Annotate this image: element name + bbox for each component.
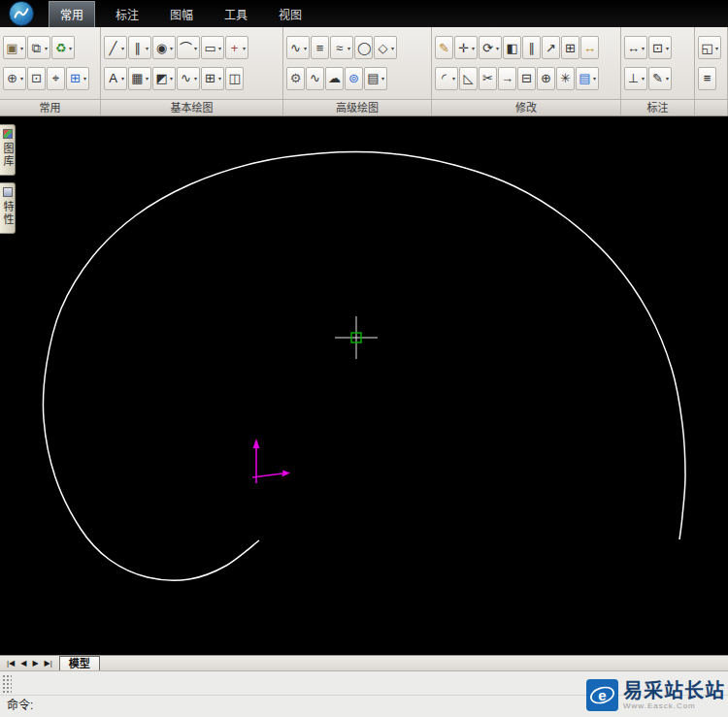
- dropdown-arrow-icon[interactable]: ▾: [642, 45, 645, 51]
- dropdown-arrow-icon[interactable]: ▾: [218, 45, 221, 51]
- block-button[interactable]: ♻▾: [51, 36, 75, 59]
- zoom-button[interactable]: ⊕▾: [3, 67, 26, 90]
- scale-button[interactable]: ↗: [542, 36, 560, 59]
- dropdown-arrow-icon[interactable]: ▾: [121, 45, 124, 51]
- pan-button[interactable]: ⌖: [47, 67, 65, 90]
- dropdown-arrow-icon[interactable]: ▾: [121, 75, 124, 81]
- leader-button[interactable]: ⊡▾: [648, 36, 672, 59]
- menu-tab-dimension[interactable]: 标注: [105, 2, 149, 27]
- explode-button[interactable]: ✳: [556, 67, 575, 90]
- dropdown-arrow-icon[interactable]: ▾: [347, 45, 350, 51]
- arc-button[interactable]: ⌒▾: [177, 36, 200, 59]
- extend-button[interactable]: →: [498, 67, 516, 90]
- ribbon-group-label-modify[interactable]: 修改: [432, 99, 620, 115]
- dropdown-arrow-icon[interactable]: ▾: [170, 75, 173, 81]
- trim-button[interactable]: ✂: [479, 67, 497, 90]
- sheet-nav-last-button[interactable]: ▶|: [42, 656, 55, 670]
- table-button[interactable]: ⊞▾: [201, 67, 224, 90]
- rectangle-button[interactable]: ▭▾: [201, 36, 224, 59]
- menu-tab-tools[interactable]: 工具: [214, 2, 258, 27]
- dropdown-arrow-icon[interactable]: ▾: [666, 45, 669, 51]
- wave-button[interactable]: ∿: [306, 67, 324, 90]
- sheet-nav-prev-button[interactable]: ◀: [17, 656, 29, 670]
- multiline-button[interactable]: ≡: [311, 36, 329, 59]
- offset-button[interactable]: ∥: [522, 36, 541, 59]
- spline-button[interactable]: ≈▾: [330, 36, 353, 59]
- sheet-tab-model[interactable]: 模型: [59, 656, 100, 671]
- dropdown-arrow-icon[interactable]: ▾: [666, 75, 669, 81]
- dropdown-arrow-icon[interactable]: ▾: [146, 75, 149, 81]
- polygon-button[interactable]: ◇▾: [374, 36, 397, 59]
- ribbon-group-label-basic-draw[interactable]: 基本绘图: [101, 99, 282, 115]
- dropdown-arrow-icon[interactable]: ▾: [496, 45, 499, 51]
- command-prompt[interactable]: 命令:: [7, 696, 33, 712]
- coordinate-dim-button[interactable]: ⊥▾: [624, 67, 647, 90]
- parallel-button[interactable]: ∥▾: [128, 36, 151, 59]
- side-tab-properties[interactable]: 特性: [0, 182, 16, 234]
- zoom-window-button[interactable]: ⊡: [27, 67, 46, 90]
- dimension-button[interactable]: ↔▾: [624, 36, 647, 59]
- dropdown-arrow-icon[interactable]: ▾: [20, 75, 23, 81]
- copy-button[interactable]: ⧉▾: [27, 36, 50, 59]
- layer-button[interactable]: ⊞▾: [66, 67, 89, 90]
- dropdown-arrow-icon[interactable]: ▾: [452, 75, 455, 81]
- menu-tab-home[interactable]: 常用: [49, 1, 95, 27]
- menu-tab-sheet[interactable]: 图幅: [159, 2, 204, 27]
- dim-style-button[interactable]: ✎▾: [648, 67, 672, 90]
- chamfer-button[interactable]: ◺: [459, 67, 478, 90]
- dropdown-arrow-icon[interactable]: ▾: [715, 45, 718, 51]
- array-button[interactable]: ⊞: [561, 36, 579, 59]
- properties-match-button[interactable]: ▤▾: [576, 67, 599, 90]
- dropdown-arrow-icon[interactable]: ▾: [194, 75, 197, 81]
- dropdown-arrow-icon[interactable]: ▾: [69, 45, 72, 51]
- drawing-canvas[interactable]: [0, 116, 728, 655]
- dropdown-arrow-icon[interactable]: ▾: [218, 75, 221, 81]
- paste-button[interactable]: ▣▾: [3, 36, 26, 59]
- break-button[interactable]: ⊟: [517, 67, 536, 90]
- dropdown-arrow-icon[interactable]: ▾: [642, 75, 645, 81]
- dropdown-arrow-icon[interactable]: ▾: [83, 75, 86, 81]
- hatch-button[interactable]: ▦▾: [128, 67, 151, 90]
- dropdown-arrow-icon[interactable]: ▾: [170, 45, 173, 51]
- sheet-nav-first-button[interactable]: |◀: [4, 656, 17, 670]
- erase-button[interactable]: ✎: [435, 36, 453, 59]
- rotate-button[interactable]: ⟳▾: [479, 36, 502, 59]
- dropdown-arrow-icon[interactable]: ▾: [146, 45, 149, 51]
- dropdown-arrow-icon[interactable]: ▾: [381, 75, 384, 81]
- line-button[interactable]: ╱▾: [104, 36, 127, 59]
- region-button[interactable]: ◫: [225, 67, 244, 90]
- text-button[interactable]: A▾: [104, 67, 127, 90]
- circle-button[interactable]: ◉▾: [152, 36, 176, 59]
- gear-button[interactable]: ⚙: [286, 67, 305, 90]
- insert-block-button[interactable]: ▤▾: [364, 67, 387, 90]
- stretch-button[interactable]: ↔: [580, 36, 599, 59]
- dropdown-arrow-icon[interactable]: ▾: [593, 75, 596, 81]
- dropdown-arrow-icon[interactable]: ▾: [45, 45, 48, 51]
- command-bar-grip[interactable]: [2, 674, 12, 694]
- menu-button[interactable]: ≡: [698, 67, 716, 90]
- ellipse-button[interactable]: ◯: [354, 36, 373, 59]
- mirror-button[interactable]: ◧: [503, 36, 521, 59]
- curve-button[interactable]: ∿▾: [177, 67, 200, 90]
- ribbon-group-label-advanced-draw[interactable]: 高级绘图: [283, 99, 431, 115]
- dots-button[interactable]: ⊚: [345, 67, 363, 90]
- dropdown-arrow-icon[interactable]: ▾: [20, 45, 23, 51]
- dropdown-arrow-icon[interactable]: ▾: [243, 45, 246, 51]
- dropdown-arrow-icon[interactable]: ▾: [472, 45, 475, 51]
- dropdown-arrow-icon[interactable]: ▾: [194, 45, 197, 51]
- app-logo-icon[interactable]: [9, 1, 34, 26]
- sheet-nav-next-button[interactable]: ▶: [29, 656, 41, 670]
- centerline-button[interactable]: +▾: [225, 36, 248, 59]
- join-button[interactable]: ⊕: [537, 67, 555, 90]
- cloud-button[interactable]: ☁: [325, 67, 344, 90]
- dropdown-arrow-icon[interactable]: ▾: [391, 45, 394, 51]
- customize-button[interactable]: ◱▾: [698, 36, 721, 59]
- ribbon-group-label-common[interactable]: 常用: [0, 99, 100, 115]
- ribbon-group-label-dimension[interactable]: 标注: [621, 99, 694, 115]
- move-button[interactable]: ✛▾: [454, 36, 478, 59]
- gradient-button[interactable]: ◩▾: [152, 67, 176, 90]
- polyline-button[interactable]: ∿▾: [286, 36, 310, 59]
- fillet-button[interactable]: ◜▾: [435, 67, 458, 90]
- side-tab-library[interactable]: 图库: [0, 124, 16, 176]
- dropdown-arrow-icon[interactable]: ▾: [304, 45, 307, 51]
